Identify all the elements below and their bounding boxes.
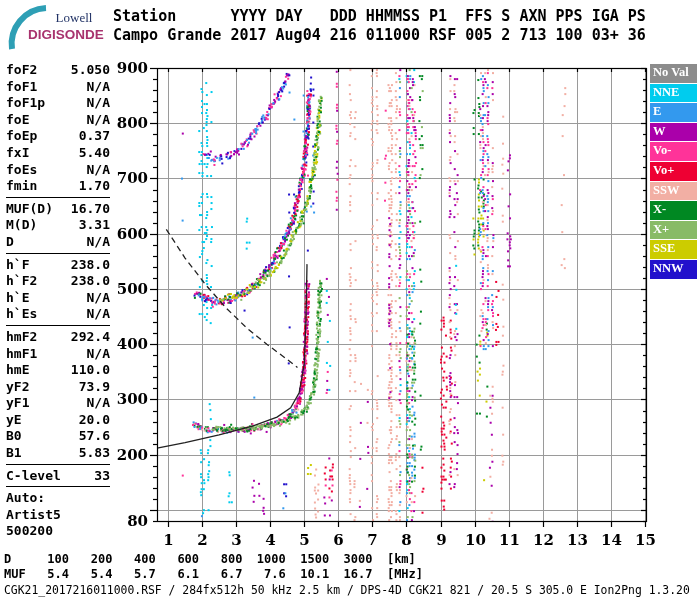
legend-item-e: E [650,103,697,122]
param-label: B0 [6,428,22,445]
param-row-clevel: C-level33 [6,468,110,485]
param-divider [6,464,110,465]
param-row-fof1: foF1N/A [6,79,110,96]
param-value: N/A [87,306,110,323]
param-value: 0.37 [79,128,110,145]
param-row-foes: foEsN/A [6,162,110,179]
param-label: h`F [6,257,29,274]
param-label: MUF(D) [6,201,53,218]
param-label: h`Es [6,306,37,323]
param-value: N/A [87,395,110,412]
param-row-mufd: MUF(D)16.70 [6,201,110,218]
param-label: foF2 [6,62,37,79]
param-row-artist5: Artist5 [6,507,110,524]
param-row-foep: foEp0.37 [6,128,110,145]
param-row-b0: B057.6 [6,428,110,445]
param-row-fof2: foF25.050 [6,62,110,79]
param-value: 238.0 [71,273,110,290]
param-row-hmf1: hmF1N/A [6,346,110,363]
param-row-auto: Auto: [6,490,110,507]
param-value: 292.4 [71,329,110,346]
param-label: foF1p [6,95,45,112]
param-label: foE [6,112,29,129]
muf-scale-row: MUF 5.4 5.4 5.7 6.1 6.7 7.6 10.1 16.7 [M… [4,567,423,582]
param-row-yf2: yF273.9 [6,379,110,396]
legend-item-x+: X+ [650,221,697,240]
param-label: yF2 [6,379,29,396]
param-row-fmin: fmin1.70 [6,178,110,195]
param-value: N/A [87,95,110,112]
param-row-fxi: fxI5.40 [6,145,110,162]
doppler-direction-legend: No ValNNEEWVo-Vo+SSWX-X+SSENNW [650,64,697,280]
param-value: 16.70 [71,201,110,218]
param-label: h`F2 [6,273,37,290]
legend-item-x-: X- [650,201,697,220]
param-row-fof1p: foF1pN/A [6,95,110,112]
param-label: hmF2 [6,329,37,346]
param-row-hes: h`EsN/A [6,306,110,323]
param-row-hf: h`F238.0 [6,257,110,274]
param-label: C-level [6,468,61,485]
param-value: 33 [94,468,110,485]
param-row-he: h`EN/A [6,290,110,307]
param-value: 5.050 [71,62,110,79]
legend-item-ssw: SSW [650,182,697,201]
ionogram-screen: Lowell DIGISONDE Station YYYY DAY DDD HH… [0,0,700,600]
param-label: foF1 [6,79,37,96]
param-value: 5.40 [79,145,110,162]
param-row-d: DN/A [6,234,110,251]
param-label: 500200 [6,523,53,540]
param-divider [6,325,110,326]
header-station-values: Campo Grande 2017 Aug04 216 011000 RSF 0… [113,26,646,45]
param-label: fmin [6,178,37,195]
param-label: M(D) [6,217,37,234]
param-row-ye: yE20.0 [6,412,110,429]
param-value: 110.0 [71,362,110,379]
param-value: 238.0 [71,257,110,274]
param-row-md: M(D)3.31 [6,217,110,234]
param-value: N/A [87,112,110,129]
legend-item-nnw: NNW [650,260,697,279]
param-label: h`E [6,290,29,307]
param-row-hme: hmE110.0 [6,362,110,379]
lowell-digisonde-logo: Lowell DIGISONDE [4,5,114,51]
param-label: hmF1 [6,346,37,363]
param-label: Artist5 [6,507,61,524]
param-label: foEp [6,128,37,145]
param-value: N/A [87,162,110,179]
param-label: Auto: [6,490,45,507]
param-value: N/A [87,79,110,96]
legend-item-sse: SSE [650,240,697,259]
param-label: hmE [6,362,29,379]
param-row-yf1: yF1N/A [6,395,110,412]
param-label: yE [6,412,22,429]
param-divider [6,253,110,254]
param-value: N/A [87,346,110,363]
param-divider [6,197,110,198]
d-scale-row: D 100 200 400 600 800 1000 1500 3000 [km… [4,552,423,567]
legend-item-noval: No Val [650,64,697,83]
param-row-b1: B15.83 [6,445,110,462]
param-value: 3.31 [79,217,110,234]
legend-item-vo+: Vo+ [650,162,697,181]
legend-item-nne: NNE [650,84,697,103]
param-value: 20.0 [79,412,110,429]
param-row-hf2: h`F2238.0 [6,273,110,290]
param-value: 57.6 [79,428,110,445]
logo-lowell-text: Lowell [56,10,93,25]
param-divider [6,486,110,487]
param-value: N/A [87,290,110,307]
param-value: N/A [87,234,110,251]
param-label: B1 [6,445,22,462]
file-info-text: CGK21_2017216011000.RSF / 284fx512h 50 k… [4,583,690,597]
header-column-titles: Station YYYY DAY DDD HHMMSS P1 FFS S AXN… [113,7,646,26]
legend-item-vo-: Vo- [650,142,697,161]
param-row-500200: 500200 [6,523,110,540]
logo-digisonde-text: DIGISONDE [28,27,104,42]
param-label: yF1 [6,395,29,412]
d-muf-table: D 100 200 400 600 800 1000 1500 3000 [km… [4,552,423,581]
scaled-parameters-panel: foF25.050foF1N/AfoF1pN/AfoEN/AfoEp0.37fx… [6,62,110,540]
param-value: 73.9 [79,379,110,396]
param-row-hmf2: hmF2292.4 [6,329,110,346]
param-value: 5.83 [79,445,110,462]
